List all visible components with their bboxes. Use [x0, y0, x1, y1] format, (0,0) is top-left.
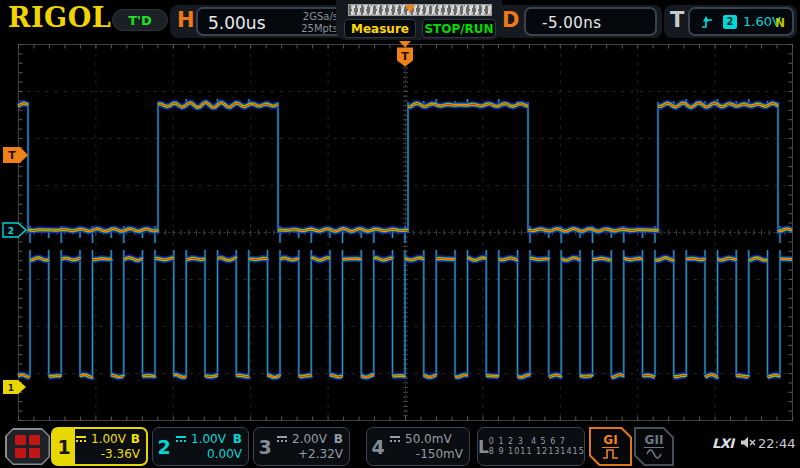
- dc-coupling-icon: [175, 435, 188, 444]
- digital-row-1: 0 1 2 3 4 5 6 7: [489, 437, 585, 447]
- rigol-logo: RIGOL: [8, 2, 111, 33]
- trigger-box[interactable]: 2 1.60V N: [688, 7, 794, 36]
- middle-group: Measure STOP/RUN: [336, 0, 502, 40]
- pulse-wave-icon: [602, 448, 619, 459]
- delay-value: -5.00ns: [542, 14, 602, 32]
- delay-box[interactable]: -5.00ns: [524, 7, 657, 36]
- digital-label: L: [478, 428, 489, 465]
- channel-2-offset: 0.00V: [175, 447, 242, 462]
- top-bar: RIGOL T'D H 5.00us 2GSa/s 25Mpts Measure…: [0, 0, 800, 40]
- channel-1-bandwidth: B: [131, 432, 140, 447]
- channel-3-number: 3: [254, 428, 276, 465]
- trigger-status-badge: T'D: [112, 9, 168, 31]
- acquisition-info: 2GSa/s 25Mpts: [301, 11, 338, 35]
- channel-3-block[interactable]: 3 2.00V B +2.32V: [253, 427, 350, 466]
- channel-3-bandwidth: B: [334, 432, 343, 447]
- svg-text:T: T: [8, 149, 16, 162]
- rising-edge-icon: [700, 15, 713, 29]
- bottom-bar: 1 1.00V B -3.36V 2 1.00V B 0.00V 3 2.0: [0, 425, 800, 468]
- dc-coupling-icon: [276, 435, 289, 444]
- trigger-block[interactable]: T 2 1.60V N: [664, 5, 797, 38]
- sine-wave-icon: [646, 448, 662, 459]
- clock: 22:44: [758, 436, 795, 451]
- d-label: D: [502, 8, 519, 32]
- memory-depth: 25Mpts: [301, 23, 338, 35]
- dc-coupling-icon: [75, 435, 88, 444]
- measure-button[interactable]: Measure: [344, 19, 416, 38]
- delay-block[interactable]: D -5.00ns: [496, 5, 662, 38]
- memory-position-marker-icon[interactable]: [405, 5, 415, 13]
- channel-4-number: 4: [367, 428, 389, 465]
- svg-text:1: 1: [8, 383, 14, 393]
- t-label: T: [670, 8, 684, 32]
- timebase-box[interactable]: 5.00us 2GSa/s 25Mpts: [196, 7, 347, 36]
- lxi-logo: LXI: [712, 436, 734, 451]
- channel-1-scale: 1.00V: [91, 432, 126, 447]
- trigger-source-badge: 2: [723, 15, 737, 29]
- generator-1-label: GI: [602, 434, 618, 448]
- channel-2-block[interactable]: 2 1.00V B 0.00V: [152, 427, 249, 466]
- channel-3-scale: 2.00V: [292, 432, 327, 447]
- digital-row-2: 8 9 1011 12131415: [489, 447, 585, 457]
- h-label: H: [177, 8, 195, 32]
- generator-1-button[interactable]: GI: [589, 427, 632, 466]
- speaker-muted-icon[interactable]: [740, 436, 756, 449]
- dc-coupling-icon: [389, 435, 402, 444]
- channel-4-scale: 50.0mV: [405, 432, 452, 447]
- generator-2-label: GII: [644, 434, 665, 448]
- stop-run-button[interactable]: STOP/RUN: [422, 19, 496, 38]
- channel-1-offset: -3.36V: [75, 447, 140, 462]
- generator-2-button[interactable]: GII: [634, 427, 674, 466]
- oscilloscope-screen: TT21 RIGOL T'D H 5.00us 2GSa/s 25Mpts Me…: [0, 0, 800, 468]
- digital-channels-block[interactable]: L 0 1 2 3 4 5 6 7 8 9 1011 12131415: [477, 427, 585, 466]
- channel-1-number: 1: [53, 429, 75, 464]
- channel-1-block[interactable]: 1 1.00V B -3.36V: [51, 427, 148, 466]
- horizontal-block[interactable]: H 5.00us 2GSa/s 25Mpts: [170, 5, 350, 38]
- memory-position-bar[interactable]: [348, 4, 492, 16]
- svg-text:T: T: [401, 50, 409, 63]
- channel-2-number: 2: [153, 428, 175, 465]
- channel-4-block[interactable]: 4 50.0mV -150mV: [366, 427, 470, 466]
- channel-2-bandwidth: B: [233, 432, 242, 447]
- menu-icon[interactable]: [5, 428, 50, 465]
- trigger-mode: N: [775, 16, 785, 30]
- channel-2-scale: 1.00V: [191, 432, 226, 447]
- channel-3-offset: +2.32V: [276, 447, 343, 462]
- channel-4-offset: -150mV: [389, 447, 463, 462]
- svg-text:2: 2: [8, 226, 14, 236]
- sample-rate: 2GSa/s: [301, 11, 338, 23]
- timebase-value: 5.00us: [208, 13, 265, 33]
- waveform-display[interactable]: TT21: [0, 0, 800, 468]
